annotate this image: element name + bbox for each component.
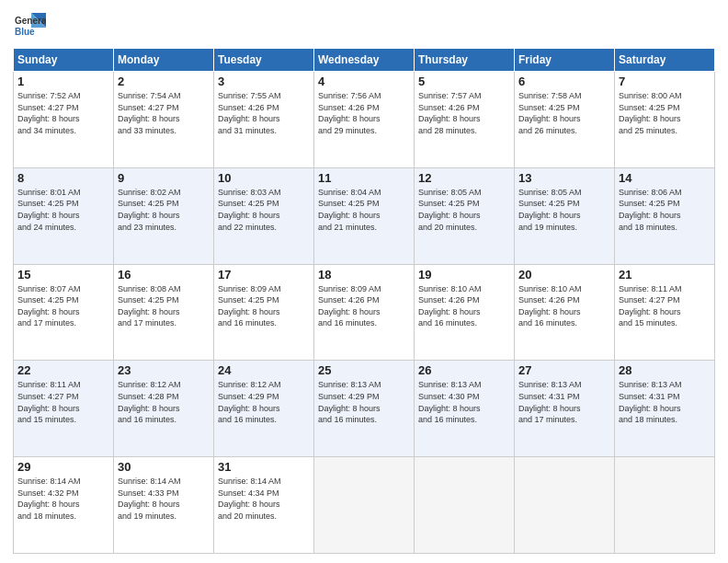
day-number: 28 — [619, 363, 711, 377]
day-number: 7 — [619, 75, 711, 88]
day-info: Sunrise: 8:14 AMSunset: 4:34 PMDaylight:… — [218, 477, 281, 521]
day-info: Sunrise: 8:10 AMSunset: 4:26 PMDaylight:… — [418, 284, 482, 328]
calendar-week-row: 22 Sunrise: 8:11 AMSunset: 4:27 PMDaylig… — [14, 361, 715, 457]
calendar-day-header: Wednesday — [314, 49, 415, 72]
calendar-cell: 15 Sunrise: 8:07 AMSunset: 4:25 PMDaylig… — [14, 264, 114, 361]
calendar-cell: 9 Sunrise: 8:02 AMSunset: 4:25 PMDayligh… — [114, 167, 214, 264]
day-info: Sunrise: 8:06 AMSunset: 4:25 PMDaylight:… — [619, 188, 682, 232]
day-number: 19 — [418, 268, 510, 282]
calendar-cell — [415, 457, 515, 554]
calendar-cell: 4 Sunrise: 7:56 AMSunset: 4:26 PMDayligh… — [314, 72, 415, 168]
day-info: Sunrise: 8:07 AMSunset: 4:25 PMDaylight:… — [17, 284, 81, 328]
calendar-cell: 16 Sunrise: 8:08 AMSunset: 4:25 PMDaylig… — [114, 264, 214, 361]
calendar-cell: 20 Sunrise: 8:10 AMSunset: 4:26 PMDaylig… — [515, 264, 615, 361]
day-info: Sunrise: 8:09 AMSunset: 4:26 PMDaylight:… — [318, 284, 381, 328]
day-info: Sunrise: 7:56 AMSunset: 4:26 PMDaylight:… — [318, 91, 381, 135]
day-number: 14 — [619, 171, 711, 185]
day-info: Sunrise: 8:13 AMSunset: 4:31 PMDaylight:… — [518, 380, 582, 424]
calendar-cell: 28 Sunrise: 8:13 AMSunset: 4:31 PMDaylig… — [615, 361, 715, 457]
day-info: Sunrise: 8:11 AMSunset: 4:27 PMDaylight:… — [17, 380, 81, 424]
calendar-cell: 18 Sunrise: 8:09 AMSunset: 4:26 PMDaylig… — [314, 264, 415, 361]
calendar-cell: 22 Sunrise: 8:11 AMSunset: 4:27 PMDaylig… — [14, 361, 114, 457]
calendar-cell: 11 Sunrise: 8:04 AMSunset: 4:25 PMDaylig… — [314, 167, 415, 264]
day-info: Sunrise: 7:58 AMSunset: 4:25 PMDaylight:… — [518, 91, 582, 135]
day-info: Sunrise: 8:13 AMSunset: 4:30 PMDaylight:… — [418, 380, 482, 424]
calendar-day-header: Tuesday — [214, 49, 314, 72]
calendar-cell: 27 Sunrise: 8:13 AMSunset: 4:31 PMDaylig… — [515, 361, 615, 457]
day-number: 23 — [118, 363, 210, 377]
day-number: 20 — [518, 268, 610, 282]
day-info: Sunrise: 7:54 AMSunset: 4:27 PMDaylight:… — [118, 91, 181, 135]
day-info: Sunrise: 8:13 AMSunset: 4:29 PMDaylight:… — [318, 380, 381, 424]
day-info: Sunrise: 8:01 AMSunset: 4:25 PMDaylight:… — [17, 188, 81, 232]
calendar-cell: 30 Sunrise: 8:14 AMSunset: 4:33 PMDaylig… — [114, 457, 214, 554]
calendar-week-row: 8 Sunrise: 8:01 AMSunset: 4:25 PMDayligh… — [14, 167, 715, 264]
calendar-week-row: 29 Sunrise: 8:14 AMSunset: 4:32 PMDaylig… — [14, 457, 715, 554]
calendar-cell — [615, 457, 715, 554]
day-number: 31 — [218, 460, 310, 474]
calendar-day-header: Saturday — [615, 49, 715, 72]
day-number: 26 — [418, 363, 510, 377]
day-number: 21 — [619, 268, 711, 282]
day-info: Sunrise: 8:12 AMSunset: 4:29 PMDaylight:… — [218, 380, 281, 424]
calendar-cell: 7 Sunrise: 8:00 AMSunset: 4:25 PMDayligh… — [615, 72, 715, 168]
calendar-header-row: SundayMondayTuesdayWednesdayThursdayFrid… — [14, 49, 715, 72]
day-info: Sunrise: 8:05 AMSunset: 4:25 PMDaylight:… — [418, 188, 482, 232]
calendar-cell: 2 Sunrise: 7:54 AMSunset: 4:27 PMDayligh… — [114, 72, 214, 168]
day-number: 17 — [218, 268, 310, 282]
day-number: 27 — [518, 363, 610, 377]
calendar-day-header: Thursday — [415, 49, 515, 72]
day-info: Sunrise: 7:55 AMSunset: 4:26 PMDaylight:… — [218, 91, 281, 135]
calendar-day-header: Monday — [114, 49, 214, 72]
calendar-week-row: 1 Sunrise: 7:52 AMSunset: 4:27 PMDayligh… — [14, 72, 715, 168]
logo-icon: General Blue — [13, 9, 46, 42]
calendar-cell — [515, 457, 615, 554]
calendar-cell: 6 Sunrise: 7:58 AMSunset: 4:25 PMDayligh… — [515, 72, 615, 168]
calendar-cell: 13 Sunrise: 8:05 AMSunset: 4:25 PMDaylig… — [515, 167, 615, 264]
calendar-cell: 19 Sunrise: 8:10 AMSunset: 4:26 PMDaylig… — [415, 264, 515, 361]
day-number: 13 — [518, 171, 610, 185]
day-number: 10 — [218, 171, 310, 185]
calendar-cell: 3 Sunrise: 7:55 AMSunset: 4:26 PMDayligh… — [214, 72, 314, 168]
calendar-table: SundayMondayTuesdayWednesdayThursdayFrid… — [13, 48, 715, 554]
day-number: 12 — [418, 171, 510, 185]
svg-text:General: General — [15, 16, 46, 26]
page: General Blue SundayMondayTuesdayWednesda… — [0, 0, 728, 563]
calendar-cell: 24 Sunrise: 8:12 AMSunset: 4:29 PMDaylig… — [214, 361, 314, 457]
logo: General Blue — [13, 9, 50, 42]
header: General Blue — [13, 9, 715, 42]
day-number: 2 — [118, 75, 210, 88]
day-info: Sunrise: 8:03 AMSunset: 4:25 PMDaylight:… — [218, 188, 281, 232]
calendar-cell: 23 Sunrise: 8:12 AMSunset: 4:28 PMDaylig… — [114, 361, 214, 457]
day-number: 29 — [17, 460, 109, 474]
calendar-cell: 14 Sunrise: 8:06 AMSunset: 4:25 PMDaylig… — [615, 167, 715, 264]
day-info: Sunrise: 8:10 AMSunset: 4:26 PMDaylight:… — [518, 284, 582, 328]
day-number: 5 — [418, 75, 510, 88]
day-number: 3 — [218, 75, 310, 88]
calendar-cell: 5 Sunrise: 7:57 AMSunset: 4:26 PMDayligh… — [415, 72, 515, 168]
calendar-day-header: Friday — [515, 49, 615, 72]
day-info: Sunrise: 8:13 AMSunset: 4:31 PMDaylight:… — [619, 380, 682, 424]
calendar-cell: 31 Sunrise: 8:14 AMSunset: 4:34 PMDaylig… — [214, 457, 314, 554]
calendar-cell: 17 Sunrise: 8:09 AMSunset: 4:25 PMDaylig… — [214, 264, 314, 361]
day-number: 22 — [17, 363, 109, 377]
calendar-day-header: Sunday — [14, 49, 114, 72]
day-number: 15 — [17, 268, 109, 282]
calendar-cell: 10 Sunrise: 8:03 AMSunset: 4:25 PMDaylig… — [214, 167, 314, 264]
day-number: 4 — [318, 75, 410, 88]
day-number: 30 — [118, 460, 210, 474]
day-info: Sunrise: 8:14 AMSunset: 4:33 PMDaylight:… — [118, 477, 181, 521]
day-number: 9 — [118, 171, 210, 185]
day-number: 24 — [218, 363, 310, 377]
day-info: Sunrise: 8:02 AMSunset: 4:25 PMDaylight:… — [118, 188, 181, 232]
day-info: Sunrise: 8:14 AMSunset: 4:32 PMDaylight:… — [17, 477, 81, 521]
calendar-cell: 12 Sunrise: 8:05 AMSunset: 4:25 PMDaylig… — [415, 167, 515, 264]
day-info: Sunrise: 8:09 AMSunset: 4:25 PMDaylight:… — [218, 284, 281, 328]
day-info: Sunrise: 8:11 AMSunset: 4:27 PMDaylight:… — [619, 284, 682, 328]
day-info: Sunrise: 8:05 AMSunset: 4:25 PMDaylight:… — [518, 188, 582, 232]
calendar-week-row: 15 Sunrise: 8:07 AMSunset: 4:25 PMDaylig… — [14, 264, 715, 361]
day-number: 11 — [318, 171, 410, 185]
day-info: Sunrise: 7:52 AMSunset: 4:27 PMDaylight:… — [17, 91, 81, 135]
day-info: Sunrise: 8:04 AMSunset: 4:25 PMDaylight:… — [318, 188, 381, 232]
calendar-body: 1 Sunrise: 7:52 AMSunset: 4:27 PMDayligh… — [14, 72, 715, 554]
